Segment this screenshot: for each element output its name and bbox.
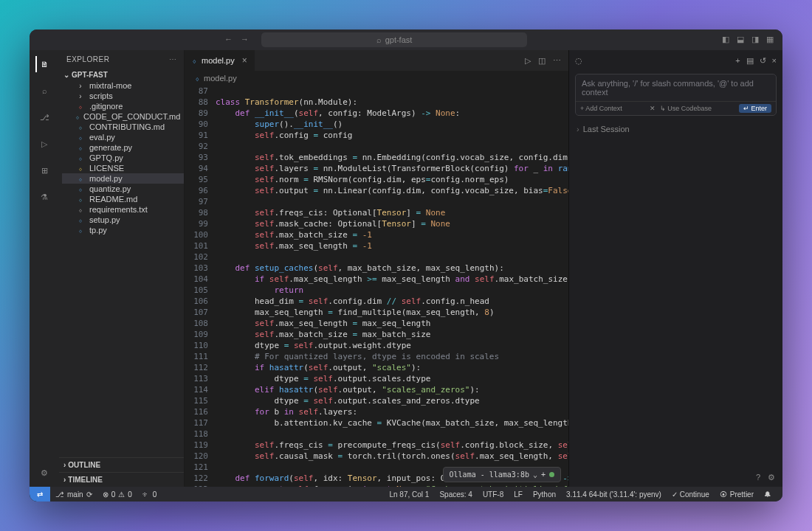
file-item[interactable]: ⬨README.md [62,194,184,204]
branch-icon: ⎇ [55,490,64,499]
file-icon: ⬨ [75,133,86,142]
titlebar: ← → ⌕ gpt-fast ◧ ⬓ ◨ ▦ [30,30,782,50]
file-item[interactable]: ⬨CONTRIBUTING.md [62,122,184,132]
chevron-right-icon: › [577,125,579,133]
explorer-more-icon[interactable]: ⋯ [169,55,177,63]
interpreter[interactable]: 3.11.4 64-bit ('3.11.4': pyenv) [561,490,667,499]
help-icon[interactable]: ? [756,473,760,482]
eol[interactable]: LF [509,490,528,499]
folder-item[interactable]: ›scripts [62,91,184,101]
add-context-button[interactable]: + Add Context [580,105,622,112]
antenna-icon: ᯤ [142,490,150,499]
line-gutter: 87 88 89 90 91 92 93 94 95 96 97 98 99 1… [185,86,216,487]
file-item[interactable]: ⬨tp.py [62,225,184,235]
search-icon: ⌕ [376,35,382,44]
file-item[interactable]: ⬨quantize.py [62,184,184,194]
file-icon: ⬨ [75,154,86,162]
file-icon: ⬨ [75,206,86,214]
new-chat-icon[interactable]: + [735,56,740,66]
project-header[interactable]: ⌄ GPT-FAST [59,69,184,80]
vscode-window: ← → ⌕ gpt-fast ◧ ⬓ ◨ ▦ 🗎 ⌕ ⎇ ▷ ⊞ ⚗ ⚙ [30,30,782,502]
last-session-item[interactable]: › Last Session [577,123,775,135]
file-item[interactable]: ⬨generate.py [62,142,184,153]
sidebar: EXPLORER ⋯ ⌄ GPT-FAST ›mixtral-moe›scrip… [59,50,185,487]
code-editor[interactable]: 87 88 89 90 91 92 93 94 95 96 97 98 99 1… [185,86,568,487]
activity-bar: 🗎 ⌕ ⎇ ▷ ⊞ ⚗ ⚙ [30,50,59,487]
file-icon: ⬨ [75,103,86,111]
command-center[interactable]: ⌕ gpt-fast [261,32,527,47]
file-icon: ⬨ [75,185,86,193]
outline-section[interactable]: › OUTLINE [59,457,184,472]
enter-button[interactable]: ↵ Enter [739,104,771,113]
search-icon[interactable]: ⌕ [36,83,52,99]
chevron-right-icon: › [75,82,86,90]
file-item[interactable]: ⬨setup.py [62,215,184,225]
close-icon[interactable]: × [772,56,777,66]
notifications-icon[interactable]: 🔔︎ [759,490,777,499]
file-icon: ⬨ [75,113,80,121]
code-content[interactable]: class Transformer(nn.Module): def __init… [216,86,568,487]
run-debug-icon[interactable]: ▷ [36,136,52,152]
prettier-status[interactable]: ⦿Prettier [715,490,759,499]
git-branch[interactable]: ⎇ main ⟳ [50,490,97,499]
encoding[interactable]: UTF-8 [478,490,509,499]
nav-forward-icon[interactable]: → [241,35,251,45]
remote-icon[interactable]: ⇄ [30,487,50,502]
testing-icon[interactable]: ⚗ [36,189,52,205]
indentation[interactable]: Spaces: 4 [434,490,477,499]
continue-status[interactable]: ✓ Continue [667,490,715,499]
editor-area: ⬨ model.py × ▷ ◫ ⋯ ⬨ model.py 87 88 89 9… [185,50,568,487]
split-icon[interactable]: ◫ [538,56,546,66]
language-mode[interactable]: Python [528,490,561,499]
python-file-icon: ⬨ [195,74,200,83]
python-file-icon: ⬨ [192,56,197,65]
chevron-right-icon: › [63,476,66,484]
problems[interactable]: ⊗0 ⚠0 [97,490,137,499]
settings-gear-icon[interactable]: ⚙ [36,465,52,481]
add-icon[interactable]: + [541,469,546,480]
more-icon[interactable]: ⋯ [553,56,561,66]
file-item[interactable]: ⬨model.py [62,173,184,184]
tab-label: model.py [202,56,235,65]
file-item[interactable]: ⬨GPTQ.py [62,153,184,163]
chat-loading-icon[interactable]: ◌ [575,56,582,66]
tab-model-py[interactable]: ⬨ model.py × [185,50,255,71]
run-icon[interactable]: ▷ [525,56,531,66]
chevron-right-icon: › [63,461,66,469]
chat-input-box[interactable]: Ask anything, '/' for slash commands, '@… [575,74,777,116]
file-item[interactable]: ⬨eval.py [62,132,184,142]
folder-item[interactable]: ›mixtral-moe [62,80,184,91]
close-hint[interactable]: ✕ [650,105,656,112]
file-icon: ⬨ [75,175,86,183]
chevron-right-icon: › [75,92,86,100]
chat-placeholder[interactable]: Ask anything, '/' for slash commands, '@… [576,74,776,101]
prettier-icon: ⦿ [720,490,727,499]
file-icon: ⬨ [75,123,86,131]
layout-right-icon[interactable]: ◨ [751,35,762,45]
use-codebase-button[interactable]: ↳ Use Codebase [660,105,712,112]
cursor-position[interactable]: Ln 87, Col 1 [384,490,434,499]
timeline-section[interactable]: › TIMELINE [59,472,184,487]
layout-left-icon[interactable]: ◧ [722,35,732,45]
book-icon[interactable]: ▤ [746,56,754,66]
history-icon[interactable]: ↺ [760,56,766,66]
ai-model-selector[interactable]: Ollama - llama3:8b ⌄ + [443,467,561,482]
extensions-icon[interactable]: ⊞ [36,162,52,178]
layout-custom-icon[interactable]: ▦ [766,35,777,45]
breadcrumb[interactable]: ⬨ model.py [185,71,568,86]
explorer-icon[interactable]: 🗎 [35,56,52,72]
ports[interactable]: ᯤ0 [137,490,162,499]
nav-back-icon[interactable]: ← [224,35,235,45]
chevron-down-icon: ⌄ [533,469,537,480]
error-icon: ⊗ [103,490,109,499]
command-center-text: gpt-fast [385,35,413,44]
layout-bottom-icon[interactable]: ⬓ [737,35,747,45]
file-item[interactable]: ⬨.gitignore [62,101,184,111]
file-item[interactable]: ⬨LICENSE [62,163,184,173]
file-item[interactable]: ⬨requirements.txt [62,204,184,215]
file-item[interactable]: ⬨CODE_OF_CONDUCT.md [62,111,184,122]
source-control-icon[interactable]: ⎇ [36,109,52,125]
close-icon[interactable]: × [242,55,247,66]
gear-icon[interactable]: ⚙ [768,473,775,482]
file-icon: ⬨ [75,226,86,235]
